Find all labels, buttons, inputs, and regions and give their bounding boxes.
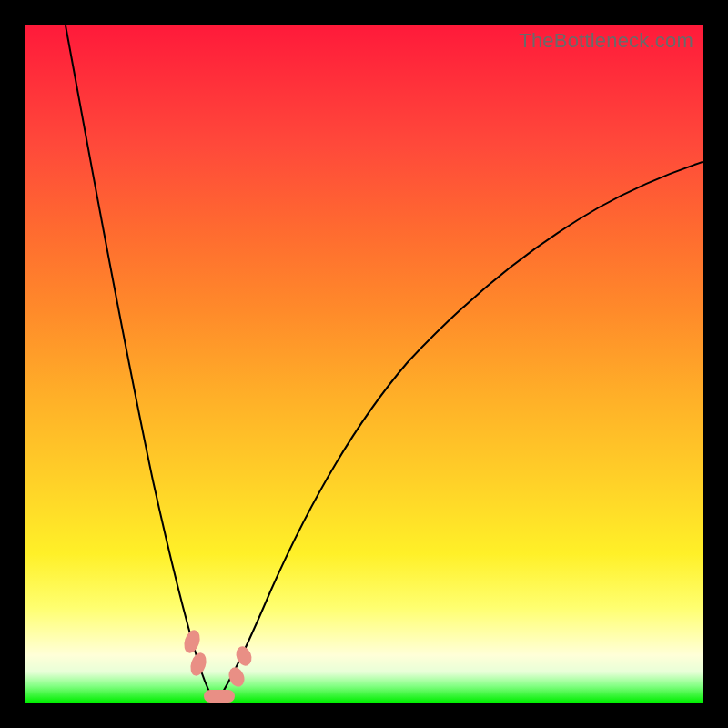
marker-bottom [204, 690, 235, 703]
plot-area: TheBottleneck.com [25, 25, 703, 703]
curve-right-branch [217, 162, 703, 703]
outer-frame: TheBottleneck.com [0, 0, 728, 728]
marker-left-upper [181, 628, 202, 655]
curve-left-branch [66, 25, 217, 703]
marker-left-lower [187, 651, 208, 678]
chart-svg [25, 25, 703, 703]
marker-right-lower [226, 665, 247, 689]
